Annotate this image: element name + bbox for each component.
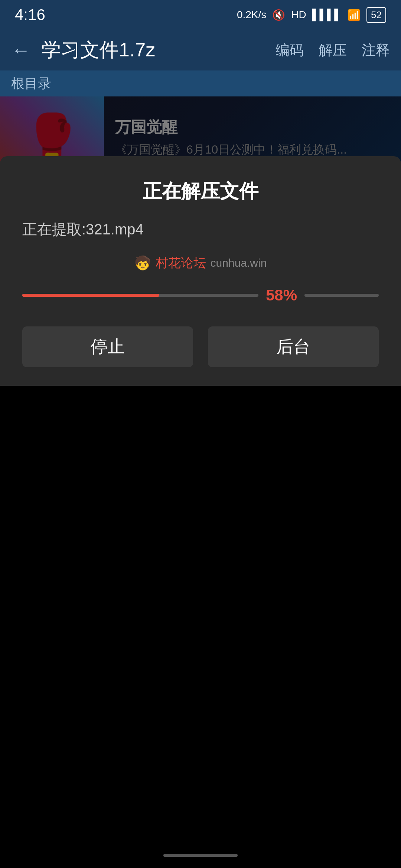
network-speed: 0.2K/s (237, 9, 266, 21)
back-button[interactable]: ← (11, 39, 30, 61)
breadcrumb-text: 根目录 (11, 75, 51, 93)
progress-fill (22, 294, 159, 297)
decompress-button[interactable]: 解压 (319, 41, 347, 60)
modal-actions: 停止 后台 (22, 326, 379, 367)
watermark-name: 村花论坛 (156, 254, 206, 272)
battery-indicator: 52 (366, 7, 386, 23)
status-time: 4:16 (15, 6, 45, 24)
progress-percentage: 58% (266, 286, 297, 304)
wifi-icon: 📶 (348, 9, 361, 21)
watermark-icon: 🧒 (134, 255, 151, 271)
stop-button[interactable]: 停止 (22, 326, 193, 367)
progress-track (22, 294, 258, 297)
modal-overlay: 正在解压文件 正在提取:321.mp4 🧒 村花论坛 cunhua.win 58… (0, 96, 401, 393)
modal-dialog: 正在解压文件 正在提取:321.mp4 🧒 村花论坛 cunhua.win 58… (0, 156, 401, 393)
progress-remaining (304, 294, 379, 297)
encode-button[interactable]: 编码 (276, 41, 304, 60)
mute-icon: 🔇 (272, 9, 285, 21)
app-header: ← 学习文件1.7z 编码 解压 注释 (0, 30, 401, 70)
progress-container: 58% (22, 286, 379, 304)
modal-subtitle: 正在提取:321.mp4 (22, 219, 379, 240)
background-button[interactable]: 后台 (208, 326, 379, 367)
status-bar: 4:16 0.2K/s 🔇 HD ▌▌▌▌ 📶 52 (0, 0, 401, 30)
modal-title: 正在解压文件 (143, 178, 258, 204)
bottom-indicator (163, 854, 238, 857)
breadcrumb: 根目录 (0, 70, 401, 96)
annotate-button[interactable]: 注释 (362, 41, 390, 60)
header-actions: 编码 解压 注释 (276, 41, 390, 60)
watermark-area: 🧒 村花论坛 cunhua.win (134, 254, 267, 272)
hd-label: HD (291, 9, 306, 21)
page-title: 学习文件1.7z (42, 37, 264, 63)
bottom-area (0, 386, 401, 868)
content-area: 🥊 广告 万国觉醒 《万国觉醒》6月10日公测中！福利兑换码... JPG 【 … (0, 96, 401, 297)
signal-icon: ▌▌▌▌ (312, 9, 342, 21)
watermark-url: cunhua.win (211, 257, 267, 269)
status-right: 0.2K/s 🔇 HD ▌▌▌▌ 📶 52 (237, 7, 386, 23)
